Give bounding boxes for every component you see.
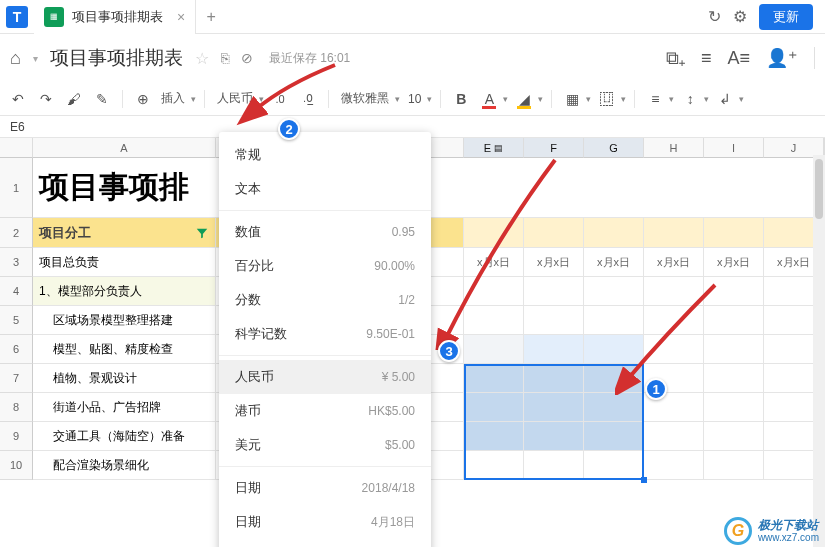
cell[interactable]: 区域场景模型整理搭建: [33, 306, 216, 335]
cell[interactable]: x月x日: [464, 248, 524, 277]
row-header[interactable]: 7: [0, 364, 33, 393]
star-icon[interactable]: ☆: [195, 49, 209, 68]
cell[interactable]: [464, 393, 524, 422]
chevron-down-icon[interactable]: ▾: [33, 53, 38, 64]
row-header[interactable]: 2: [0, 218, 33, 248]
cell[interactable]: [524, 218, 584, 248]
row-header[interactable]: 1: [0, 158, 33, 218]
format-menu-item[interactable]: 港币HK$5.00: [219, 394, 431, 428]
column-header-a[interactable]: A: [33, 138, 216, 158]
cell[interactable]: [524, 277, 584, 306]
header-cell-project[interactable]: 项目分工: [33, 218, 216, 248]
cell[interactable]: [644, 277, 704, 306]
row-header[interactable]: 10: [0, 451, 33, 480]
cell[interactable]: [464, 364, 524, 393]
wrap-dropdown[interactable]: ↲▾: [713, 87, 744, 111]
row-header[interactable]: 3: [0, 248, 33, 277]
cell[interactable]: [464, 422, 524, 451]
cell[interactable]: 模型、贴图、精度检查: [33, 335, 216, 364]
cell[interactable]: 植物、景观设计: [33, 364, 216, 393]
cell[interactable]: 配合渲染场景细化: [33, 451, 216, 480]
format-menu-item[interactable]: 常规: [219, 138, 431, 172]
merge-dropdown[interactable]: ⿶▾: [595, 87, 626, 111]
cell[interactable]: [704, 451, 764, 480]
cell[interactable]: [584, 218, 644, 248]
cell[interactable]: x月x日: [644, 248, 704, 277]
cell[interactable]: [584, 422, 644, 451]
cell[interactable]: [524, 364, 584, 393]
cell[interactable]: x月x日: [524, 248, 584, 277]
cell[interactable]: [584, 277, 644, 306]
filter-icon[interactable]: [195, 226, 209, 240]
format-menu-item[interactable]: 科学记数9.50E-01: [219, 317, 431, 351]
row-header[interactable]: 8: [0, 393, 33, 422]
insert-dropdown[interactable]: ⊕ 插入 ▾: [131, 87, 196, 111]
number-format-dropdown[interactable]: 人民币 ▾: [213, 90, 264, 107]
undo-icon[interactable]: ↶: [6, 87, 30, 111]
format-menu-item[interactable]: 日期4月18日: [219, 505, 431, 539]
add-person-icon[interactable]: 👤⁺: [766, 47, 798, 69]
format-menu-item[interactable]: 文本: [219, 172, 431, 206]
cell[interactable]: [584, 451, 644, 480]
column-header-h[interactable]: H: [644, 138, 704, 158]
select-all-corner[interactable]: [0, 138, 33, 158]
cell[interactable]: [704, 306, 764, 335]
text-color-dropdown[interactable]: A▾: [477, 87, 508, 111]
cell[interactable]: [704, 393, 764, 422]
format-painter-icon[interactable]: 🖌: [62, 87, 86, 111]
cell[interactable]: [644, 422, 704, 451]
row-header[interactable]: 5: [0, 306, 33, 335]
cell[interactable]: [584, 393, 644, 422]
halign-dropdown[interactable]: ≡▾: [643, 87, 674, 111]
column-header-e[interactable]: E ▤: [464, 138, 524, 158]
redo-icon[interactable]: ↷: [34, 87, 58, 111]
cell[interactable]: 街道小品、广告招牌: [33, 393, 216, 422]
cell[interactable]: [524, 393, 584, 422]
cell[interactable]: [704, 422, 764, 451]
menu-lines-icon[interactable]: ≡: [701, 48, 712, 69]
settings-icon[interactable]: ⚙: [733, 7, 747, 26]
app-logo[interactable]: T: [0, 0, 34, 34]
row-header[interactable]: 9: [0, 422, 33, 451]
cell[interactable]: [704, 335, 764, 364]
format-menu-item[interactable]: 人民币¥ 5.00: [219, 360, 431, 394]
add-sheet-icon[interactable]: ⧉₊: [666, 48, 685, 69]
cell[interactable]: [644, 335, 704, 364]
cell[interactable]: [584, 364, 644, 393]
cell[interactable]: [524, 335, 584, 364]
tab-close-icon[interactable]: ×: [177, 9, 185, 25]
cell[interactable]: [644, 306, 704, 335]
border-dropdown[interactable]: ▦▾: [560, 87, 591, 111]
cell[interactable]: [464, 277, 524, 306]
cell[interactable]: [704, 218, 764, 248]
cell-reference[interactable]: E6: [10, 120, 25, 134]
cell[interactable]: [464, 218, 524, 248]
text-style-icon[interactable]: A≡: [727, 48, 750, 69]
cell[interactable]: [704, 364, 764, 393]
selection-handle[interactable]: [641, 477, 647, 483]
bold-button[interactable]: B: [449, 87, 473, 111]
cell[interactable]: x月x日: [584, 248, 644, 277]
column-header-g[interactable]: G: [584, 138, 644, 158]
column-header-i[interactable]: I: [704, 138, 764, 158]
share-icon[interactable]: ⎘: [221, 50, 229, 66]
row-header[interactable]: 6: [0, 335, 33, 364]
home-icon[interactable]: ⌂: [10, 48, 21, 69]
document-tab[interactable]: ▦ 项目事项排期表 ×: [34, 0, 196, 34]
column-header-f[interactable]: F: [524, 138, 584, 158]
decimal-decrease-icon[interactable]: .0: [268, 87, 292, 111]
decimal-increase-icon[interactable]: .0̲: [296, 87, 320, 111]
new-tab-button[interactable]: +: [196, 8, 226, 26]
format-menu-item[interactable]: 日期2018/4/18: [219, 471, 431, 505]
cell[interactable]: 交通工具（海陆空）准备: [33, 422, 216, 451]
cell[interactable]: [464, 451, 524, 480]
cell[interactable]: 项目总负责: [33, 248, 216, 277]
clear-format-icon[interactable]: ✎: [90, 87, 114, 111]
update-button[interactable]: 更新: [759, 4, 813, 30]
cell[interactable]: x月x日: [704, 248, 764, 277]
cell[interactable]: [644, 218, 704, 248]
format-menu-item[interactable]: 美元$5.00: [219, 428, 431, 462]
cell[interactable]: [524, 451, 584, 480]
cell[interactable]: [584, 335, 644, 364]
cell[interactable]: [524, 306, 584, 335]
